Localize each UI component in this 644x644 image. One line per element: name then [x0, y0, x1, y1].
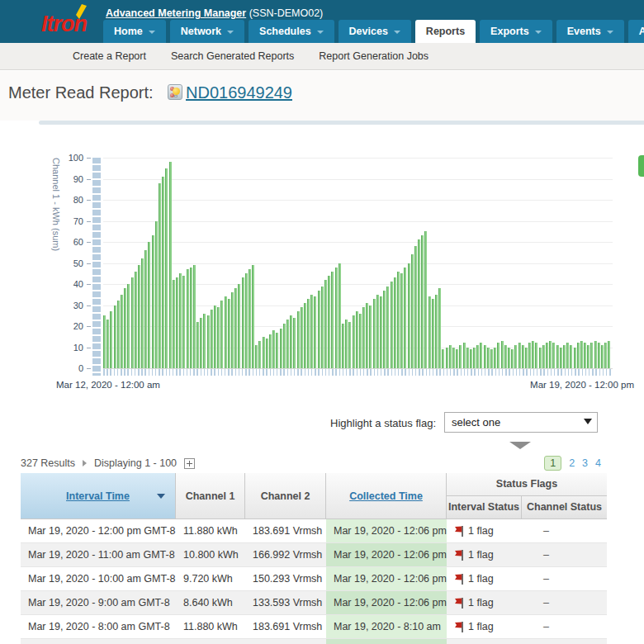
chart-bar — [214, 305, 216, 369]
tab-reports[interactable]: Reports — [415, 20, 476, 43]
chart-bar — [501, 341, 504, 368]
chart-bar — [525, 348, 528, 369]
chart-bar — [438, 288, 441, 368]
meter-read-table: Interval Time Channel 1 Channel 2 Collec… — [21, 473, 607, 644]
chart-bar — [435, 295, 438, 368]
column-header-collected-time[interactable]: Collected Time — [326, 473, 447, 519]
chart-bar — [272, 330, 275, 368]
chart-bar — [131, 277, 134, 368]
y-axis-tick — [87, 221, 91, 222]
chart-bar — [266, 339, 268, 368]
chart-bar — [480, 343, 482, 368]
chart-bar — [190, 268, 192, 368]
chart-bar — [463, 343, 466, 368]
chart-bar — [290, 315, 292, 368]
tab-home[interactable]: Home — [103, 20, 166, 43]
page-4-button[interactable]: 4 — [595, 457, 601, 469]
subnav-search-generated-reports[interactable]: Search Generated Reports — [171, 50, 294, 62]
page-scrollbar-thumb[interactable] — [638, 155, 644, 177]
chart-bar — [532, 341, 534, 368]
y-axis-tick — [87, 305, 91, 306]
itron-logo: Itron — [41, 12, 87, 37]
chart-bar — [556, 345, 559, 368]
chart-bar — [297, 311, 300, 368]
chart-bar — [249, 269, 251, 368]
chart-bar — [414, 246, 417, 368]
chart-bar — [110, 311, 112, 368]
app-title-link[interactable]: Advanced Metering Manager — [106, 7, 246, 19]
chart-bar — [155, 221, 158, 369]
column-header-interval-status: Interval Status — [447, 496, 522, 519]
chart-bar — [353, 315, 355, 368]
chart-bar — [301, 307, 303, 368]
chart-bar — [179, 273, 182, 368]
chart-bar — [449, 345, 452, 368]
page-title: Meter Read Report: — [8, 83, 154, 102]
y-axis-tick-label: 0 — [48, 363, 83, 373]
chart-bar — [165, 168, 168, 368]
chart-bar — [522, 345, 524, 368]
tab-schedules[interactable]: Schedules — [249, 20, 334, 43]
breadcrumb-arrow-icon — [83, 460, 87, 466]
y-axis-tick — [87, 263, 91, 264]
highlight-flag-label: Highlight a status flag: — [330, 417, 436, 429]
chart-bar — [234, 288, 237, 368]
chart-bar — [238, 284, 240, 368]
chart-bar — [408, 263, 410, 369]
page-1-button[interactable]: 1 — [544, 456, 561, 471]
chart-bar — [376, 295, 379, 368]
column-header-interval-time[interactable]: Interval Time — [21, 473, 176, 519]
chart-bar — [470, 349, 472, 368]
y-axis-tick-label: 50 — [48, 258, 83, 268]
table-row: Mar 19, 2020 - 12:00 pm GMT-8 11.880 kWh… — [21, 519, 607, 543]
y-axis-tick — [87, 200, 91, 201]
chevron-down-icon — [227, 31, 234, 34]
chart: Channel 1 - kWh (sum) Mar 12, 2020 - 12:… — [0, 125, 644, 430]
flag-icon — [454, 526, 464, 537]
chart-bar — [245, 273, 248, 368]
chart-bar — [446, 348, 448, 369]
column-header-channel-2: Channel 2 — [245, 473, 326, 519]
table-row: Mar 19, 2020 - 10:00 am GMT-8 9.720 kWh … — [21, 567, 607, 591]
reports-subnav: Create a Report Search Generated Reports… — [0, 43, 644, 70]
x-axis-end-label: Mar 19, 2020 - 12:00 pm — [530, 380, 634, 390]
chart-bar — [310, 295, 313, 368]
tab-network[interactable]: Network — [170, 20, 244, 43]
y-axis-tick-label: 80 — [48, 195, 83, 205]
chart-bar — [459, 345, 462, 368]
y-axis-tick-label: 40 — [48, 279, 83, 289]
chart-bar — [203, 314, 206, 368]
chart-bar — [577, 343, 580, 368]
chart-bar — [608, 341, 610, 368]
y-axis-tick-label: 30 — [48, 301, 83, 310]
tab-exports[interactable]: Exports — [480, 20, 552, 43]
chart-bar — [587, 345, 590, 368]
y-axis-tick-label: 100 — [48, 153, 83, 163]
subnav-create-a-report[interactable]: Create a Report — [73, 50, 146, 62]
chart-bar — [228, 299, 230, 368]
collapse-chart-arrow[interactable] — [509, 442, 531, 449]
chart-bar — [141, 258, 144, 368]
y-axis-tick — [87, 284, 91, 285]
chart-bar — [570, 345, 572, 368]
displaying-range: Displaying 1 - 100 — [94, 457, 177, 469]
chart-bar — [452, 348, 455, 369]
tab-devices[interactable]: Devices — [339, 20, 411, 43]
chart-bar — [117, 301, 120, 368]
meter-id-link[interactable]: ND016949249 — [186, 83, 292, 102]
tab-admin[interactable]: Admin — [628, 20, 644, 43]
add-columns-icon[interactable] — [184, 458, 195, 469]
chart-bar — [293, 318, 296, 368]
page-3-button[interactable]: 3 — [582, 457, 588, 469]
page-2-button[interactable]: 2 — [569, 457, 575, 469]
chart-bar — [508, 348, 510, 369]
chart-bar — [511, 349, 514, 368]
flag-icon — [454, 550, 464, 561]
chart-bar — [225, 296, 227, 368]
chart-bar — [200, 318, 202, 368]
subnav-report-generation-jobs[interactable]: Report Generation Jobs — [319, 50, 429, 62]
chart-bar — [432, 299, 434, 368]
tab-events[interactable]: Events — [556, 20, 624, 43]
status-flag-select[interactable]: select one — [444, 412, 598, 433]
chart-bar — [348, 322, 351, 368]
